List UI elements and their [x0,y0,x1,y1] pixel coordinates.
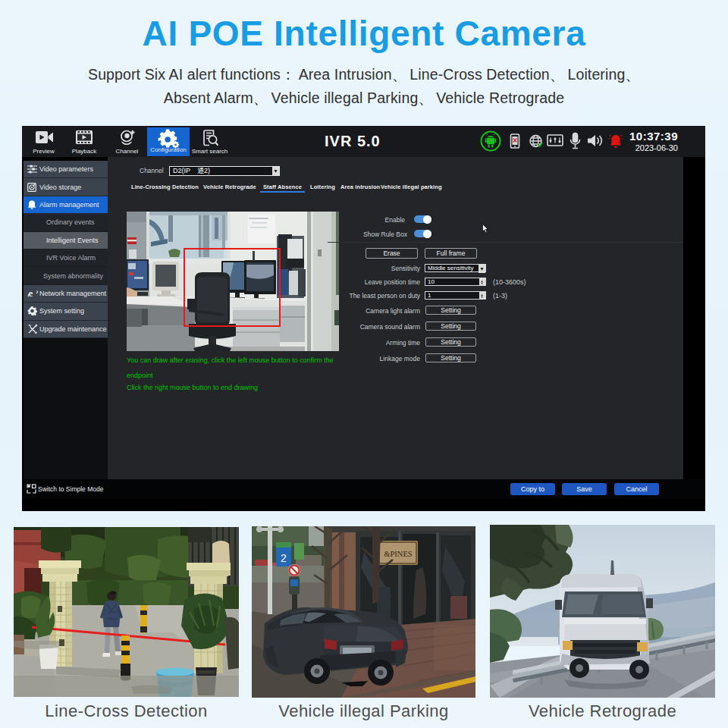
svg-text:2: 2 [281,552,287,564]
svg-text:&PINES: &PINES [384,550,413,558]
svg-text:e: e [29,288,33,299]
